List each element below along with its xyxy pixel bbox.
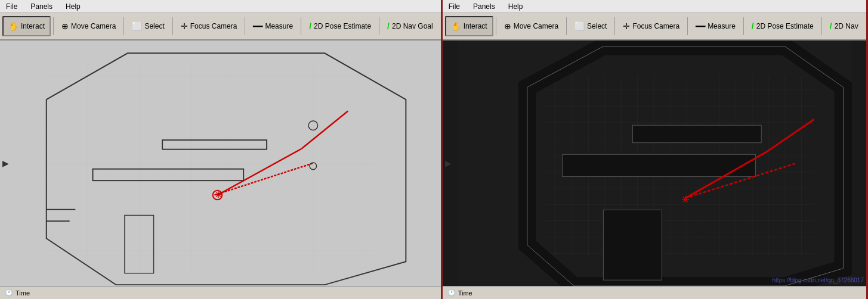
right-panel: File Panels Help ✋ Interact ⊕ Move Camer…	[443, 0, 868, 299]
left-menu-file[interactable]: File	[2, 1, 21, 12]
left-focus-camera-button[interactable]: ✛ Focus Camera	[175, 16, 243, 36]
left-toolbar: ✋ Interact ⊕ Move Camera ⬜ Select ✛ Focu…	[0, 13, 441, 41]
svg-text:✳: ✳	[215, 191, 222, 200]
right-move-camera-button[interactable]: ⊕ Move Camera	[499, 16, 564, 36]
left-status-label: Time	[16, 289, 30, 297]
right-menu-panels[interactable]: Panels	[469, 1, 499, 12]
pose-estimate-label: 2D Pose Estimate	[314, 22, 371, 30]
measure-icon: ━━	[253, 21, 262, 31]
pose-estimate-icon: /	[309, 21, 311, 31]
focus-camera-icon: ✛	[181, 21, 188, 31]
right-toolbar-separator-1	[496, 17, 496, 35]
left-menu-help[interactable]: Help	[62, 1, 84, 12]
right-move-camera-label: Move Camera	[514, 22, 558, 30]
right-focus-camera-button[interactable]: ✛ Focus Camera	[617, 16, 685, 36]
right-select-label: Select	[587, 22, 607, 30]
svg-text:✳: ✳	[681, 195, 689, 205]
right-menu-file[interactable]: File	[445, 1, 464, 12]
right-nav-goal-label: 2D Nav	[835, 22, 858, 30]
left-measure-button[interactable]: ━━ Measure	[248, 16, 298, 36]
svg-rect-18	[562, 154, 755, 176]
right-status-icon: 🕐	[447, 289, 456, 297]
right-toolbar-separator-3	[614, 17, 615, 35]
right-pose-estimate-icon: /	[752, 21, 754, 31]
right-move-camera-icon: ⊕	[504, 21, 511, 31]
right-2d-nav-goal-button[interactable]: / 2D Nav	[824, 16, 864, 36]
right-select-icon: ⬜	[574, 21, 585, 31]
right-map-svg: ✳	[443, 41, 866, 286]
focus-camera-label: Focus Camera	[190, 22, 237, 30]
left-pose-estimate-button[interactable]: / 2D Pose Estimate	[304, 16, 376, 36]
right-measure-button[interactable]: ━━ Measure	[690, 16, 741, 36]
nav-goal-label: 2D Nav Goal	[392, 22, 433, 30]
right-nav-goal-icon: /	[830, 21, 832, 31]
interact-label: Interact	[21, 22, 45, 30]
right-status-label: Time	[458, 289, 472, 297]
right-measure-label: Measure	[708, 22, 736, 30]
toolbar-separator-1	[53, 17, 54, 35]
right-measure-icon: ━━	[696, 21, 705, 31]
left-panel: File Panels Help ✋ Interact ⊕ Move Camer…	[0, 0, 443, 299]
right-toolbar: ✋ Interact ⊕ Move Camera ⬜ Select ✛ Focu…	[443, 13, 866, 41]
left-select-button[interactable]: ⬜ Select	[126, 16, 169, 36]
measure-label: Measure	[265, 22, 293, 30]
left-nav-goal-button[interactable]: / 2D Nav Goal	[382, 16, 438, 36]
right-pose-estimate-button[interactable]: / 2D Pose Estimate	[746, 16, 819, 36]
toolbar-separator-6	[379, 17, 379, 35]
right-menu-help[interactable]: Help	[505, 1, 527, 12]
toolbar-separator-3	[172, 17, 173, 35]
right-interact-label: Interact	[464, 22, 487, 30]
toolbar-separator-2	[123, 17, 124, 35]
left-status-icon: 🕐	[5, 289, 13, 297]
right-select-button[interactable]: ⬜ Select	[569, 16, 612, 36]
right-status-bar: 🕐 Time	[443, 286, 866, 299]
right-toolbar-separator-6	[821, 17, 822, 35]
left-menu-panels[interactable]: Panels	[27, 1, 56, 12]
nav-goal-icon: /	[387, 21, 390, 31]
watermark-text: https://blog.csdn.net/qq_37266017	[773, 277, 864, 284]
move-camera-icon: ⊕	[61, 21, 69, 31]
svg-rect-20	[603, 210, 662, 280]
svg-rect-19	[632, 125, 761, 142]
move-camera-label: Move Camera	[71, 22, 116, 30]
left-map-svg: ✳	[0, 41, 441, 286]
right-arrow-icon[interactable]: ▶	[445, 158, 452, 168]
right-toolbar-separator-5	[743, 17, 744, 35]
select-icon: ⬜	[132, 21, 142, 31]
toolbar-separator-4	[245, 17, 245, 35]
right-pose-estimate-label: 2D Pose Estimate	[756, 22, 814, 30]
left-viewport[interactable]: ✳ ▶	[0, 41, 441, 286]
left-status-bar: 🕐 Time	[0, 286, 441, 299]
left-interact-button[interactable]: ✋ Interact	[2, 16, 51, 36]
left-menu-bar: File Panels Help	[0, 0, 441, 13]
toolbar-separator-5	[301, 17, 301, 35]
left-arrow-icon[interactable]: ▶	[2, 158, 9, 168]
right-interact-button[interactable]: ✋ Interact	[445, 16, 493, 36]
right-interact-icon: ✋	[451, 21, 461, 31]
right-toolbar-separator-4	[687, 17, 688, 35]
left-move-camera-button[interactable]: ⊕ Move Camera	[56, 16, 121, 36]
right-focus-camera-label: Focus Camera	[632, 22, 679, 30]
select-label: Select	[144, 22, 164, 30]
right-viewport[interactable]: ✳ ▶ https://blog.csdn.net/qq_37266017	[443, 41, 866, 286]
right-focus-camera-icon: ✛	[623, 21, 630, 31]
right-menu-bar: File Panels Help	[443, 0, 866, 13]
right-toolbar-separator-2	[566, 17, 567, 35]
interact-icon: ✋	[8, 21, 18, 31]
